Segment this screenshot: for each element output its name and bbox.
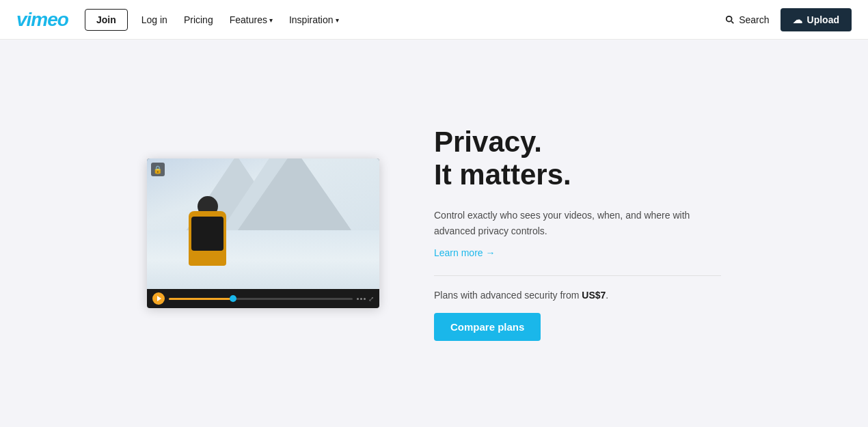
- content-divider: [434, 275, 721, 276]
- features-chevron-icon: ▾: [269, 16, 273, 24]
- navbar: vimeo Join Log in Pricing Features ▾ Ins…: [0, 0, 868, 40]
- search-button[interactable]: Search: [725, 14, 769, 25]
- play-icon: [157, 296, 161, 301]
- login-link[interactable]: Log in: [133, 14, 176, 25]
- progress-thumb: [230, 295, 236, 302]
- learn-more-link[interactable]: Learn more →: [434, 247, 495, 258]
- video-controls-bar: ⤢: [147, 289, 379, 308]
- video-player[interactable]: 🔒: [147, 159, 379, 308]
- progress-fill: [169, 298, 233, 300]
- headline-line1: Privacy.: [434, 126, 542, 158]
- signal-icon: [357, 298, 366, 300]
- upload-button[interactable]: ☁ Upload: [781, 8, 852, 31]
- main-content: 🔒: [0, 40, 868, 427]
- mountains: [147, 171, 379, 237]
- progress-bar[interactable]: [169, 298, 353, 300]
- vimeo-logo-text: vimeo: [16, 9, 68, 30]
- search-label: Search: [739, 14, 769, 25]
- headline: Privacy. It matters.: [434, 126, 721, 192]
- features-menu[interactable]: Features ▾: [221, 14, 281, 25]
- fullscreen-icon[interactable]: ⤢: [368, 295, 374, 303]
- upload-cloud-icon: ☁: [793, 14, 802, 25]
- person-vest: [191, 217, 223, 251]
- search-icon: [725, 15, 735, 25]
- person-figure: [189, 211, 226, 266]
- play-button[interactable]: [152, 292, 165, 305]
- inspiration-menu[interactable]: Inspiration ▾: [281, 14, 347, 25]
- pricing-suffix: .: [606, 290, 608, 301]
- svg-line-1: [731, 21, 733, 23]
- content-right: Privacy. It matters. Control exactly who…: [434, 126, 721, 341]
- description-text: Control exactly who sees your videos, wh…: [434, 208, 721, 238]
- video-frame: 🔒: [147, 159, 379, 289]
- upload-label: Upload: [807, 14, 839, 25]
- join-button[interactable]: Join: [85, 9, 128, 31]
- headline-line2: It matters.: [434, 159, 571, 191]
- pricing-link[interactable]: Pricing: [176, 14, 221, 25]
- svg-point-0: [727, 16, 732, 21]
- snow-ground: [147, 230, 379, 289]
- person-body: [189, 211, 226, 266]
- controls-right: ⤢: [357, 295, 374, 303]
- pricing-prefix: Plans with advanced security from: [434, 290, 582, 301]
- pricing-price: US$7: [582, 290, 606, 301]
- pricing-text: Plans with advanced security from US$7.: [434, 290, 721, 301]
- lock-icon: 🔒: [151, 163, 165, 176]
- logo[interactable]: vimeo: [16, 9, 68, 31]
- compare-plans-button[interactable]: Compare plans: [434, 313, 541, 341]
- mountain-3: [233, 159, 356, 237]
- inspiration-chevron-icon: ▾: [336, 16, 339, 24]
